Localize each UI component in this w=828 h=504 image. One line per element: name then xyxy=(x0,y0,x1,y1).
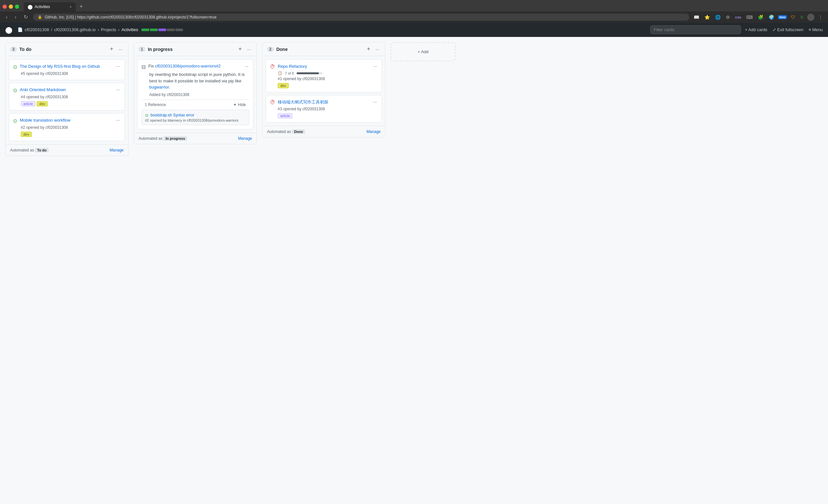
card-pr: ⊟ Fix cf020031308/pomodoro-warriors#2 ··… xyxy=(137,59,253,129)
lock-icon: 🔒 xyxy=(38,15,42,19)
inprogress-menu-button[interactable]: ··· xyxy=(246,47,252,52)
progress-seg-5 xyxy=(175,29,183,31)
card-anki-labels: article dev xyxy=(21,101,121,107)
user-avatar[interactable] xyxy=(807,14,814,21)
card-anki-menu[interactable]: ··· xyxy=(116,87,121,92)
todo-manage-link[interactable]: Manage xyxy=(110,148,124,153)
card-mobile-title[interactable]: Mobile translation workflow xyxy=(20,117,113,123)
card-chinese-header: ⏱ 移动端大纲式写作工具初探 ··· xyxy=(270,99,378,106)
menu-button[interactable]: ≡ Menu xyxy=(809,27,823,32)
card-mobile-meta: #2 opened by cf020031308 xyxy=(21,125,121,130)
url-bar[interactable]: 🔒 GitHub, Inc. [US] | https://github.com… xyxy=(33,14,689,21)
card-mobile-menu[interactable]: ··· xyxy=(116,117,121,123)
add-column-button[interactable]: + Add xyxy=(418,49,428,54)
inprogress-automated-badge: In progress xyxy=(164,136,187,141)
breadcrumb-current: Activities xyxy=(121,27,138,32)
card-chinese-menu[interactable]: ··· xyxy=(372,99,378,104)
github-logo: ⬤ xyxy=(5,26,12,34)
browser-chrome: ⬤ Activities × + ‹ › ↻ 🔒 GitHub, Inc. [U… xyxy=(0,0,828,23)
breadcrumb-projects[interactable]: Projects xyxy=(101,27,116,32)
ext-btn[interactable]: 🧩 xyxy=(757,14,765,20)
filter-input[interactable] xyxy=(650,25,741,34)
open-issue-icon-2: ⊙ xyxy=(13,87,17,93)
hide-button[interactable]: ✦ Hide xyxy=(233,102,246,107)
tab-title: Activities xyxy=(35,5,50,9)
card-pr-body: by rewriting the bootstrap script in pur… xyxy=(149,71,249,90)
todo-title: To do xyxy=(19,47,106,52)
vpn-btn[interactable]: 🌍 xyxy=(767,14,776,20)
todo-automated-badge: To do xyxy=(35,148,48,153)
reader-mode-btn[interactable]: 📖 xyxy=(692,14,701,20)
pr-icon: ⊟ xyxy=(141,64,146,70)
card-rss-blog-menu[interactable]: ··· xyxy=(116,64,121,69)
maximize-button[interactable] xyxy=(15,5,19,9)
hide-label: Hide xyxy=(238,102,246,107)
progress-seg-1 xyxy=(141,29,149,31)
progress-label: 7 of 8 xyxy=(285,71,294,75)
minimize-button[interactable] xyxy=(9,5,13,9)
header-actions: + Add cards ⤢ Exit fullscreen ≡ Menu xyxy=(745,27,823,32)
done-manage-link[interactable]: Manage xyxy=(367,129,381,134)
card-pr-menu[interactable]: ··· xyxy=(244,64,249,69)
security-ext-btn[interactable]: 🛡 xyxy=(789,14,796,20)
more-btn[interactable]: ⋮ xyxy=(817,14,824,20)
inprogress-manage-link[interactable]: Manage xyxy=(238,136,252,141)
settings-btn[interactable]: ⚙ xyxy=(724,14,731,20)
column-inprogress: 1 In progress + ··· ⊟ Fix cf020031308/po… xyxy=(134,42,257,144)
filter-search[interactable] xyxy=(650,25,741,34)
todo-add-button[interactable]: + xyxy=(109,46,115,52)
todo-automated-label: Automated as To do xyxy=(10,148,49,153)
card-rss-blog-meta: #5 opened by cf020031308 xyxy=(21,71,121,76)
breadcrumb-sep1: / xyxy=(51,27,52,32)
pr-link[interactable]: cf020031308/pomodoro-warriors#2 xyxy=(155,64,221,69)
todo-menu-button[interactable]: ··· xyxy=(117,47,124,52)
tab-bar: ⬤ Activities × + xyxy=(0,0,828,11)
add-column: + Add xyxy=(390,42,456,61)
done-footer: Automated as Done Manage xyxy=(262,126,385,137)
forward-button[interactable]: › xyxy=(13,14,18,21)
card-repo-title[interactable]: Repo Refactory xyxy=(278,64,370,70)
column-todo: 3 To do + ··· ⊙ The Design of My RSS-fir… xyxy=(5,42,128,156)
refresh-button[interactable]: ↻ xyxy=(22,13,30,21)
card-mobile-header: ⊙ Mobile translation workflow ··· xyxy=(13,117,121,124)
pr-prefix: Fix xyxy=(148,64,155,69)
card-rss-blog-title[interactable]: The Design of My RSS-first Blog on Githu… xyxy=(20,64,113,70)
css-btn[interactable]: css xyxy=(734,14,742,20)
card-repo-menu[interactable]: ··· xyxy=(372,64,378,69)
sub-card-title[interactable]: bootstrap.sh Syntax error xyxy=(151,113,194,117)
inprogress-add-button[interactable]: + xyxy=(237,46,243,52)
inprogress-title: In progress xyxy=(148,47,235,52)
board-columns: 3 To do + ··· ⊙ The Design of My RSS-fir… xyxy=(0,37,828,504)
breadcrumb-org[interactable]: cf020031308 xyxy=(25,27,49,32)
done-add-button[interactable]: + xyxy=(366,46,372,52)
card-pr-added: Added by cf020031308 xyxy=(149,92,249,97)
back-button[interactable]: ‹ xyxy=(4,14,9,21)
done-automated-label: Automated as Done xyxy=(267,129,305,134)
new-tab-button[interactable]: + xyxy=(77,2,86,11)
tab-close-button[interactable]: × xyxy=(70,5,72,9)
close-button[interactable] xyxy=(3,5,7,9)
active-tab[interactable]: ⬤ Activities × xyxy=(24,2,76,11)
breadcrumb: 📄 cf020031308 / cf020031308.github.io › … xyxy=(17,27,183,32)
translate-btn[interactable]: 🌐 xyxy=(714,14,722,20)
url-prefix: GitHub, Inc. [US] | xyxy=(45,15,77,19)
code-btn[interactable]: ⌨ xyxy=(745,14,754,20)
done-count: 2 xyxy=(267,47,274,52)
sub-issue-icon: ⊙ xyxy=(145,113,149,118)
url-domain: https://github.com/cf020031308/cf0200313… xyxy=(77,15,216,19)
card-chinese-meta: #3 opened by cf020031308 xyxy=(278,107,378,111)
add-cards-button[interactable]: + Add cards xyxy=(745,27,767,32)
bookmark-btn[interactable]: ⭐ xyxy=(703,14,711,20)
card-anki-title[interactable]: Anki Oriented Markdown xyxy=(20,87,113,93)
bugwarrior-link[interactable]: bugwarrior xyxy=(149,85,169,89)
ext2-btn[interactable]: V xyxy=(799,14,804,20)
pr-suffix: . xyxy=(169,85,170,89)
card-chinese-title[interactable]: 移动端大纲式写作工具初探 xyxy=(278,99,370,105)
done-menu-button[interactable]: ··· xyxy=(374,47,381,52)
todo-footer: Automated as To do Manage xyxy=(5,144,128,156)
exit-fullscreen-button[interactable]: ⤢ Exit fullscreen xyxy=(773,27,804,32)
label-dev-repo: dev xyxy=(278,83,289,88)
card-anki: ⊙ Anki Oriented Markdown ··· #4 opened b… xyxy=(9,83,125,111)
card-chinese-labels: article xyxy=(278,113,378,118)
breadcrumb-repo[interactable]: cf020031308.github.io xyxy=(54,27,96,32)
